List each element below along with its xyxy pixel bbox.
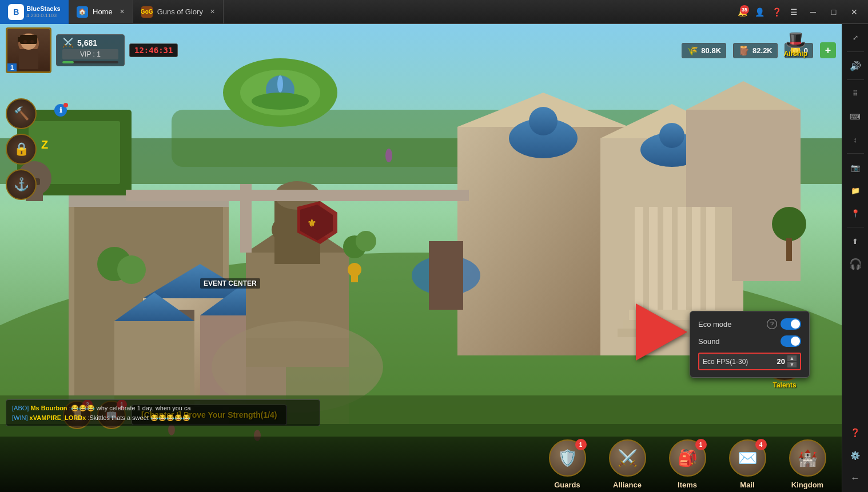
info-button[interactable]: ℹ [54, 104, 67, 117]
svg-point-79 [30, 40, 34, 43]
vip-status: VIP : 1 [62, 49, 118, 59]
headphone-btn[interactable]: 🎧 [845, 254, 866, 274]
sidebar-divider-3 [847, 153, 864, 154]
bluestacks-logo[interactable]: B BlueStacks 4.230.0.1103 [0, 0, 69, 24]
sound-row: Sound [698, 335, 801, 347]
fps-up-button[interactable]: ▲ [787, 355, 797, 361]
bs-version: 4.230.0.1103 [26, 13, 60, 18]
alliance-icon: ⚔️ [609, 439, 646, 477]
fps-label: Eco FPS(1-30) [703, 358, 777, 366]
guards-btn[interactable]: 🛡️ 1 Guards [539, 437, 596, 489]
svg-rect-41 [240, 184, 252, 253]
minimize-btn[interactable]: ─ [804, 4, 822, 20]
mail-icon-wrap: ✉️ 4 [726, 437, 769, 479]
arrow-shape [636, 303, 687, 361]
game-tab-icon: GoG [141, 6, 153, 18]
home-tab-label: Home [93, 7, 113, 16]
svg-point-78 [23, 40, 27, 43]
chat-line-1: [ABO] Ms Bourbon :😂😂😂 why celebrate 1 da… [12, 403, 314, 413]
help-btn[interactable]: ❓ [769, 4, 785, 20]
alliance-btn[interactable]: ⚔️ Alliance [599, 437, 656, 489]
chat-message-2: :Skittles thats a sweet 😂😂😂😂😂 [87, 414, 190, 421]
tab-game[interactable]: GoG Guns of Glory ✕ [133, 0, 224, 24]
eco-mode-row: Eco mode ? [698, 318, 801, 330]
chat-tag-1: [ABO] [12, 405, 29, 411]
game-area[interactable]: ⚜ [0, 24, 842, 492]
game-tab-close[interactable]: ✕ [210, 8, 215, 15]
mail-btn[interactable]: ✉️ 4 Mail [719, 437, 776, 489]
guards-icon-wrap: 🛡️ 1 [546, 437, 589, 479]
account-btn[interactable]: 👤 [751, 4, 767, 20]
resize-btn[interactable]: ↕ [845, 129, 866, 150]
bottom-nav: 🛡️ 1 Guards ⚔️ Alliance 🎒 1 Items [0, 437, 842, 492]
folder-btn[interactable]: 📁 [845, 180, 866, 201]
eco-mode-label: Eco mode [698, 320, 767, 329]
sound-label: Sound [698, 337, 781, 346]
airship-button[interactable]: 🎩 Airship [784, 30, 807, 58]
svg-point-69 [772, 207, 806, 241]
food-icon: 🌾 [687, 45, 698, 56]
bs-logo-icon: B [8, 4, 24, 20]
svg-rect-39 [429, 241, 463, 310]
resources-bar: 🌾 80.8K 🪵 82.2K 🪙 0 + [682, 42, 836, 58]
svg-point-45 [117, 255, 146, 284]
svg-rect-74 [19, 49, 38, 69]
fps-stepper: ▲ ▼ [787, 355, 797, 367]
kingdom-btn[interactable]: 🏰 Kingdom [779, 437, 836, 489]
sound-toggle[interactable] [781, 335, 801, 347]
chat-name-2: xVAMPIRE_LORDx [30, 414, 86, 421]
sleep-indicator: Z [41, 138, 48, 151]
screenshot-btn[interactable]: 📷 [845, 157, 866, 178]
multi-instance-btn[interactable]: ⠿ [845, 83, 866, 104]
fps-value: 20 [777, 357, 785, 366]
home-tab-close[interactable]: ✕ [120, 8, 125, 15]
player-info-panel: ⚔️ 5,681 VIP : 1 [56, 34, 125, 66]
sidebar-back-btn[interactable]: ← [845, 468, 866, 489]
sidebar-divider-4 [847, 227, 864, 227]
tab-home[interactable]: 🏠 Home ✕ [69, 0, 133, 24]
maximize-btn[interactable]: □ [825, 4, 843, 20]
talent-label: Talents [773, 381, 796, 389]
player-power: 5,681 [77, 38, 97, 47]
chat-message-1: :😂😂😂 why celebrate 1 day, when you ca [69, 405, 191, 411]
location-btn[interactable]: 📍 [845, 203, 866, 223]
sidebar-settings-btn[interactable]: ⚙️ [845, 445, 866, 466]
svg-point-48 [385, 149, 392, 162]
info-circle[interactable]: ℹ [54, 104, 67, 117]
anchor-btn[interactable]: ⚓ [6, 169, 37, 200]
items-badge: 1 [695, 439, 707, 450]
close-btn[interactable]: ✕ [845, 4, 863, 20]
fps-down-button[interactable]: ▼ [787, 362, 797, 367]
eco-mode-toggle[interactable] [781, 318, 801, 330]
items-btn[interactable]: 🎒 1 Items [659, 437, 716, 489]
fps-row: Eco FPS(1-30) 20 ▲ ▼ [698, 353, 801, 370]
construction-btn[interactable]: 🔨 [6, 98, 37, 129]
wood-icon: 🪵 [738, 45, 750, 56]
red-arrow-indicator [636, 303, 687, 361]
import-btn[interactable]: ⬆ [845, 231, 866, 251]
guards-label: Guards [554, 481, 580, 489]
titlebar-icon-group: 🔔 35 👤 ❓ ☰ [732, 4, 804, 20]
right-sidebar: ⤢ 🔊 ⠿ ⌨ ↕ 📷 📁 📍 ⬆ 🎧 ❓ ⚙️ ← [842, 24, 868, 492]
player-avatar[interactable]: 1 [6, 27, 51, 73]
chat-name-1: Ms Bourbon [30, 405, 67, 411]
eco-help-button[interactable]: ? [767, 319, 777, 329]
svg-rect-50 [351, 271, 358, 282]
sidebar-divider-1 [847, 51, 864, 52]
event-center-label: EVENT CENTER [200, 278, 260, 289]
lock-btn[interactable]: 🔒 [6, 134, 37, 165]
volume-btn[interactable]: 🔊 [845, 55, 866, 76]
guards-badge: 1 [575, 439, 587, 450]
chat-tag-2: [WIN] [12, 414, 28, 421]
svg-rect-70 [786, 238, 792, 261]
notifications-btn[interactable]: 🔔 35 [734, 4, 750, 20]
svg-rect-77 [18, 37, 21, 42]
svg-point-47 [356, 231, 376, 251]
hamburger-btn[interactable]: ☰ [786, 4, 802, 20]
sidebar-help-btn[interactable]: ❓ [845, 422, 866, 443]
keyboard-btn[interactable]: ⌨ [845, 106, 866, 127]
expand-btn[interactable]: ⤢ [845, 27, 866, 48]
add-resource-button[interactable]: + [820, 42, 836, 58]
wood-amount: 82.2K [752, 46, 773, 55]
chat-line-2: [WIN] xVAMPIRE_LORDx :Skittles thats a s… [12, 413, 314, 423]
